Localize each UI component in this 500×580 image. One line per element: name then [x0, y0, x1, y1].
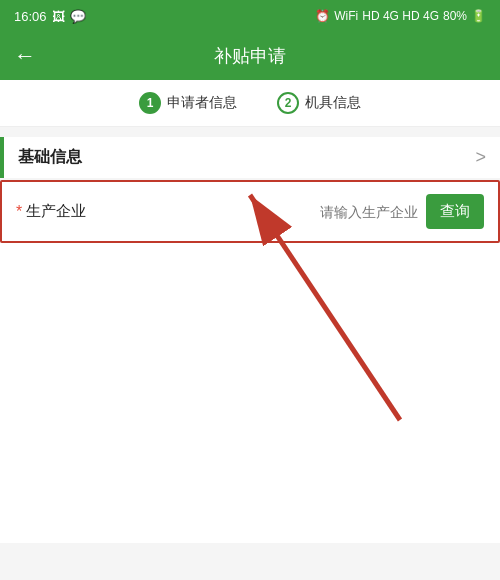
manufacturer-field: * 生产企业 查询 — [0, 180, 500, 243]
bottom-area — [0, 243, 500, 543]
battery-icon: 🔋 — [471, 9, 486, 23]
network-label: HD 4G HD 4G — [362, 9, 439, 23]
field-label: * 生产企业 — [16, 202, 96, 221]
battery-label: 80% — [443, 9, 467, 23]
step-1-circle: 1 — [139, 92, 161, 114]
status-time: 16:06 — [14, 9, 47, 24]
section-title: 基础信息 — [18, 147, 82, 168]
alarm-icon: ⏰ — [315, 9, 330, 23]
step-2-circle: 2 — [277, 92, 299, 114]
query-button[interactable]: 查询 — [426, 194, 484, 229]
step-2[interactable]: 2 机具信息 — [277, 92, 361, 114]
photo-icon: 🖼 — [52, 9, 65, 24]
status-right: ⏰ WiFi HD 4G HD 4G 80% 🔋 — [315, 9, 486, 23]
signal-icon: WiFi — [334, 9, 358, 23]
app-header: ← 补贴申请 — [0, 32, 500, 80]
step-indicator: 1 申请者信息 2 机具信息 — [0, 80, 500, 127]
step-1-label: 申请者信息 — [167, 94, 237, 112]
chevron-right-icon: > — [475, 147, 486, 168]
wechat-icon: 💬 — [70, 9, 86, 24]
status-left: 16:06 🖼 💬 — [14, 9, 86, 24]
step-1[interactable]: 1 申请者信息 — [139, 92, 237, 114]
back-button[interactable]: ← — [14, 45, 36, 67]
manufacturer-input[interactable] — [96, 204, 426, 220]
field-label-text: 生产企业 — [26, 202, 86, 221]
required-indicator: * — [16, 203, 22, 221]
section-header[interactable]: 基础信息 > — [0, 137, 500, 178]
status-bar: 16:06 🖼 💬 ⏰ WiFi HD 4G HD 4G 80% 🔋 — [0, 0, 500, 32]
step-2-label: 机具信息 — [305, 94, 361, 112]
header-title: 补贴申请 — [214, 44, 286, 68]
